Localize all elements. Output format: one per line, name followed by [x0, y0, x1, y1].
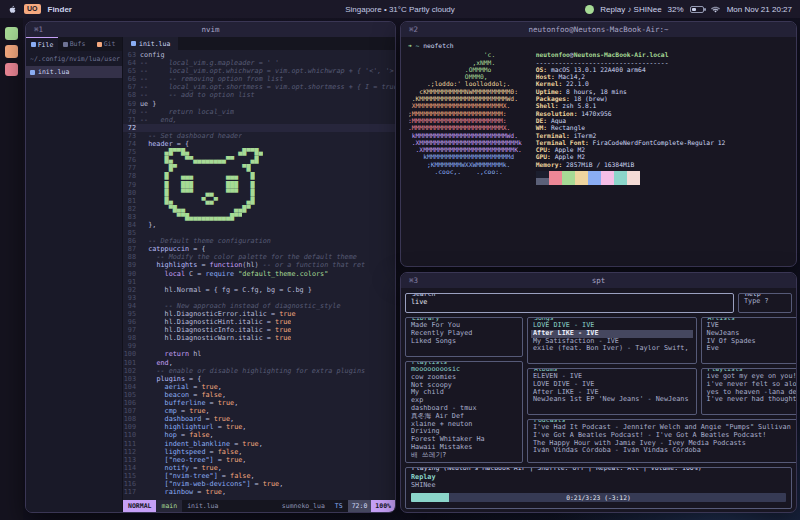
playlists2-item[interactable]: i've never felt so alone: [705, 381, 797, 389]
workspace-badge[interactable]: UO: [24, 4, 41, 14]
code-line[interactable]: 94 -- New approach instead of diagnostic…: [123, 302, 395, 310]
code-line[interactable]: 83 ▀▀█▄▄▄▄▄▄▄▄▄▄█▀▀: [123, 213, 395, 221]
podcasts-item[interactable]: I've Got A Beatles Podcast! - I've Got A…: [531, 432, 797, 440]
explorer-file-init-lua[interactable]: init.lua: [26, 66, 122, 78]
podcasts-item[interactable]: I've Had It Podcast - Jennifer Welch and…: [531, 424, 797, 432]
tab-bufs[interactable]: Bufs: [58, 37, 90, 51]
playlists-item[interactable]: cow zoomies: [409, 374, 519, 382]
code-line[interactable]: 68-- -- add to option list: [123, 91, 395, 99]
wifi-icon[interactable]: [710, 5, 721, 14]
playlists-item[interactable]: Not scoopy: [409, 382, 519, 390]
albums-item[interactable]: LOVE DIVE - IVE: [531, 381, 693, 389]
code-line[interactable]: 101 end,: [123, 359, 395, 367]
code-line[interactable]: 74 header = {: [123, 140, 395, 148]
playlists-item[interactable]: Hawaii Mistakes: [409, 444, 519, 452]
artists-item[interactable]: Eve: [705, 345, 797, 353]
code-line[interactable]: 78 █ ▄▄▄ ▄▄▄ █: [123, 172, 395, 180]
nvim-titlebar[interactable]: ⌘1 nvim: [26, 22, 395, 37]
artists-item[interactable]: IV Of Spades: [705, 338, 797, 346]
dock-app-orange[interactable]: [5, 45, 18, 58]
code-line[interactable]: 86 -- Default theme configuration: [123, 237, 395, 245]
code-line[interactable]: 67-- local_vim.opt.shortmess = vim.opt.s…: [123, 83, 395, 91]
terminal-content[interactable]: ➜ ~ neofetch 'c. ,xNMM. .OMMMMo OMMM0, .…: [401, 37, 796, 266]
code-line[interactable]: 73 -- Set dashboard header: [123, 132, 395, 140]
code-line[interactable]: 99: [123, 342, 395, 350]
playlists-item[interactable]: My child: [409, 389, 519, 397]
weather-status[interactable]: Singapore • 31°C Partly cloudy: [345, 5, 455, 14]
menu-clock[interactable]: Mon Nov 21 20:27: [727, 5, 792, 14]
code-line[interactable]: 66-- -- removing option from list: [123, 75, 395, 83]
code-line[interactable]: 114 notify = true,: [123, 464, 395, 472]
code-line[interactable]: 85: [123, 229, 395, 237]
code-line[interactable]: 107 cmp = true,: [123, 407, 395, 415]
code-line[interactable]: 96 hl.DiagnosticHint.italic = true: [123, 318, 395, 326]
code-line[interactable]: 113 ["neo-tree"] = true,: [123, 456, 395, 464]
tab-git[interactable]: Git: [90, 37, 122, 51]
code-line[interactable]: 109 highlighturl = true,: [123, 423, 395, 431]
code-line[interactable]: 111 indent_blankline = true,: [123, 440, 395, 448]
playlists-item[interactable]: Forest Whitaker Ha: [409, 436, 519, 444]
albums-item[interactable]: After LIKE - IVE: [531, 389, 693, 397]
battery-icon[interactable]: [690, 6, 704, 13]
songs-item[interactable]: LOVE DIVE - IVE: [531, 322, 693, 330]
library-item[interactable]: Liked Songs: [409, 338, 519, 346]
songs-item[interactable]: exile (feat. Bon Iver) - Taylor Swift,: [531, 345, 693, 353]
code-line[interactable]: 93: [123, 294, 395, 302]
albums-item[interactable]: NewJeans 1st EP 'New Jeans' - NewJeans: [531, 396, 693, 404]
active-app-name[interactable]: Finder: [48, 5, 72, 14]
playlists-item[interactable]: 배 쓰레기?: [409, 452, 519, 460]
progress-bar[interactable]: 0:21/3:23 (-3:12): [411, 493, 786, 502]
code-line[interactable]: 77 █▀ ▀█: [123, 164, 395, 172]
songs-item[interactable]: After LIKE - IVE: [531, 330, 693, 338]
code-line[interactable]: 84 },: [123, 221, 395, 229]
code-line[interactable]: 112 lightspeed = false,: [123, 448, 395, 456]
code-line[interactable]: 102 -- enable or disable highlighting fo…: [123, 367, 395, 375]
code-line[interactable]: 88 -- Modify the color palette for the d…: [123, 253, 395, 261]
code-line[interactable]: 81 █▄ ▀▄▄▀ ▄█: [123, 197, 395, 205]
playlists-item[interactable]: 真冬海 Air Def: [409, 413, 519, 421]
library-item[interactable]: Recently Played: [409, 330, 519, 338]
playlists2-item[interactable]: ive got my eye on you!!: [705, 373, 797, 381]
code-line[interactable]: 115 ["nvim-tree"] = false,: [123, 472, 395, 480]
code-line[interactable]: 70-- return local_vim: [123, 108, 395, 116]
code-line[interactable]: 103 plugins = {: [123, 375, 395, 383]
code-line[interactable]: 110 hop = false,: [123, 431, 395, 439]
code-line[interactable]: 89 highlights = function(hl) -- or a fun…: [123, 261, 395, 269]
spotify-titlebar[interactable]: ⌘3 spt: [401, 273, 796, 288]
help-box[interactable]: Help Type ?: [738, 293, 792, 313]
code-line[interactable]: 106 bufferline = true,: [123, 399, 395, 407]
code-line[interactable]: 72: [123, 124, 395, 132]
code-line[interactable]: 65-- local_vim.opt.whichwrap = vim.opt.w…: [123, 67, 395, 75]
code-line[interactable]: 69ue }: [123, 100, 395, 108]
playlists2-item[interactable]: yes to heaven -lana del rey: [705, 389, 797, 397]
code-line[interactable]: 117 rainbow = true,: [123, 488, 395, 496]
playlists2-item[interactable]: I've never had thoughts that control me: [705, 396, 797, 404]
code-line[interactable]: 76 █▄ ▀▀▄▄▄▄▄▄▄▄▀▀ ▄█: [123, 156, 395, 164]
dock-app-green[interactable]: [5, 27, 18, 40]
apple-menu-icon[interactable]: [8, 4, 17, 15]
playlists-item[interactable]: exp: [409, 397, 519, 405]
code-line[interactable]: 79 █ ███ ███ █: [123, 181, 395, 189]
artists-item[interactable]: IVE: [705, 322, 797, 330]
code-area[interactable]: 63config64-- local_vim.g.mapleader = ' '…: [123, 50, 395, 500]
podcasts-item[interactable]: Iván Vindas Córdoba - Iván Vindas Córdob…: [531, 447, 797, 455]
code-line[interactable]: 64-- local_vim.g.mapleader = ' ': [123, 59, 395, 67]
code-line[interactable]: 71-- end,: [123, 116, 395, 124]
code-line[interactable]: 95 hl.DiagnosticError.italic = true: [123, 310, 395, 318]
code-line[interactable]: 80 █ ▀▀▀ ▄▄ ▀▀▀ █: [123, 189, 395, 197]
code-line[interactable]: 87 catppuccin = {: [123, 245, 395, 253]
code-line[interactable]: 108 dashboard = true,: [123, 415, 395, 423]
code-line[interactable]: 91: [123, 278, 395, 286]
playlists-item[interactable]: xlaine + neuton: [409, 421, 519, 429]
code-line[interactable]: 105 beacon = false,: [123, 391, 395, 399]
albums-item[interactable]: ELEVEN - IVE: [531, 373, 693, 381]
dock-app-pink[interactable]: [5, 63, 18, 76]
library-item[interactable]: Made For You: [409, 322, 519, 330]
playlists-item[interactable]: moooooooosic: [409, 366, 519, 374]
podcasts-item[interactable]: The Happy Hour with Jamie Ivey - Ivey Me…: [531, 440, 797, 448]
code-line[interactable]: 98 hl.DiagnosticWarn.italic = true: [123, 334, 395, 342]
artists-item[interactable]: NewJeans: [705, 330, 797, 338]
code-line[interactable]: 90 local C = require "default_theme.colo…: [123, 270, 395, 278]
now-playing-app-icon[interactable]: [585, 5, 594, 14]
code-line[interactable]: 82 ▀█▄▄ ▄▄█▀: [123, 205, 395, 213]
